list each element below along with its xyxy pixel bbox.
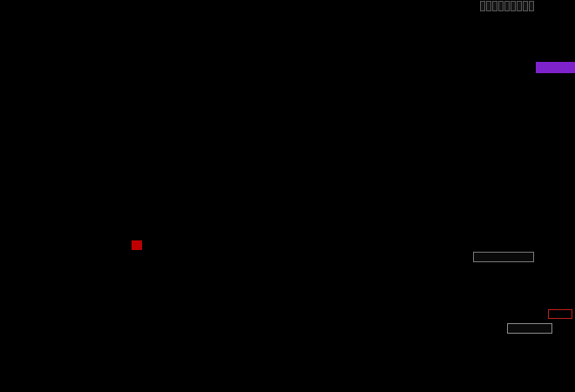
top-header-bar	[0, 0, 575, 12]
indicator-pane-header	[3, 324, 9, 335]
ma120-value-label	[22, 1, 23, 12]
toolbar-button-window[interactable]	[511, 1, 516, 11]
volume-pane-header	[3, 251, 23, 261]
toolbar-button-add-watchlist[interactable]	[486, 1, 491, 11]
indicator-help-button[interactable]	[507, 323, 552, 334]
mavol10-label	[22, 251, 23, 261]
ma20-value-label	[15, 1, 16, 12]
total-lots-label	[3, 251, 3, 261]
toolbar-button-ma[interactable]	[492, 1, 497, 11]
chart-canvas[interactable]	[0, 0, 575, 392]
toolbar-button-nei[interactable]	[480, 1, 485, 11]
mavol5-label	[12, 251, 13, 261]
mini-toolbar	[518, 244, 522, 252]
toolbar-button-cluster	[479, 1, 575, 11]
toolbar-button-forecast[interactable]	[517, 1, 522, 11]
last-price-tag	[536, 62, 575, 73]
toolbar-button-exright[interactable]	[498, 1, 504, 11]
volume-unit-label	[548, 309, 572, 319]
stock-chart-app	[0, 0, 575, 392]
goto-latest-icon[interactable]	[523, 1, 528, 11]
volume-indicator-selector[interactable]	[473, 252, 534, 262]
financial-report-badge[interactable]	[132, 240, 142, 250]
indicator-value	[8, 324, 9, 335]
toolbar-button-overlay[interactable]	[504, 1, 510, 11]
toolbar-dropdown-icon[interactable]	[529, 1, 534, 11]
